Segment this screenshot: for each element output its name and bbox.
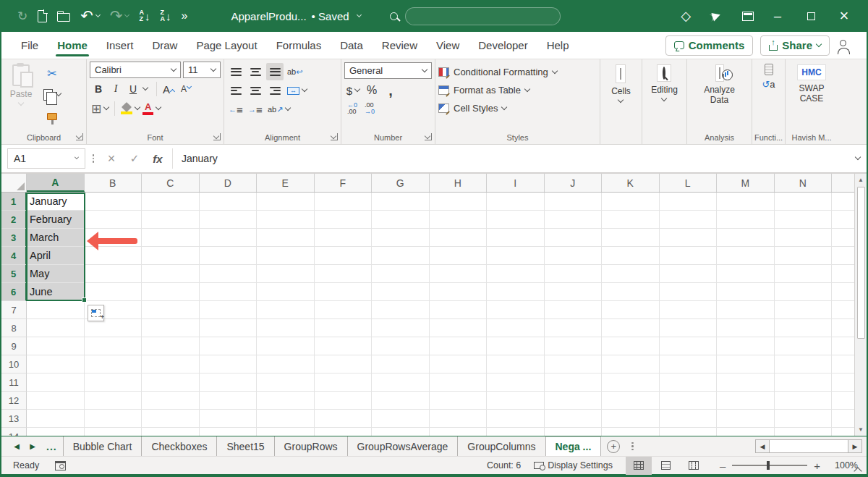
cell-K2[interactable] xyxy=(602,211,660,229)
cell-L1[interactable] xyxy=(660,193,718,211)
phonetic-button[interactable]: ↺a xyxy=(762,79,775,90)
cell-J8[interactable] xyxy=(545,319,603,337)
cut-button[interactable]: ✂ xyxy=(42,64,62,82)
sheet-tab-nega[interactable]: Nega ... xyxy=(546,436,602,456)
display-settings-button[interactable]: Display Settings xyxy=(534,460,613,470)
cell-B2[interactable] xyxy=(85,211,142,229)
cell-I9[interactable] xyxy=(487,337,545,355)
row-header-8[interactable]: 8 xyxy=(1,319,27,337)
cell-K3[interactable] xyxy=(602,229,660,247)
cell-G8[interactable] xyxy=(372,319,430,337)
cell-J5[interactable] xyxy=(545,265,603,283)
cell-I14[interactable] xyxy=(487,428,545,436)
cell-E11[interactable] xyxy=(257,373,315,392)
cell-L3[interactable] xyxy=(660,229,718,247)
cell-G14[interactable] xyxy=(372,428,430,436)
cell-M7[interactable] xyxy=(717,301,775,319)
cell-H10[interactable] xyxy=(430,355,488,373)
cell-A8[interactable] xyxy=(27,319,85,337)
row-header-14[interactable]: 14 xyxy=(1,428,27,436)
ribbon-display-options-icon[interactable] xyxy=(742,12,754,21)
sheet-tab-checkboxes[interactable]: Checkboxes xyxy=(142,436,217,456)
cell-A7[interactable] xyxy=(27,301,85,319)
cell-A14[interactable] xyxy=(27,428,85,436)
tab-page-layout[interactable]: Page Layout xyxy=(187,32,266,59)
cell-F11[interactable] xyxy=(315,373,373,392)
cell-N12[interactable] xyxy=(775,392,833,410)
tab-home[interactable]: Home xyxy=(48,32,97,59)
align-top-button[interactable] xyxy=(227,63,244,80)
decrease-indent-button[interactable]: ←≡ xyxy=(227,101,244,118)
cell-C12[interactable] xyxy=(142,392,200,410)
cell-B5[interactable] xyxy=(85,265,142,283)
cell-E7[interactable] xyxy=(257,301,315,319)
cell-J13[interactable] xyxy=(545,410,603,428)
cell-L8[interactable] xyxy=(660,319,718,337)
cell-G5[interactable] xyxy=(372,265,430,283)
column-header-C[interactable]: C xyxy=(142,174,200,192)
cell-D9[interactable] xyxy=(200,337,258,355)
cell-H12[interactable] xyxy=(430,392,488,410)
undo-button[interactable]: ↶ xyxy=(80,7,100,25)
cell-F10[interactable] xyxy=(315,355,373,373)
cell-K13[interactable] xyxy=(602,410,660,428)
cells-button[interactable]: Cells xyxy=(607,62,635,106)
conditional-formatting-button[interactable]: Conditional Formatting xyxy=(438,63,557,81)
cell-A11[interactable] xyxy=(27,373,85,392)
macro-record-icon[interactable] xyxy=(55,461,66,470)
cell-M12[interactable] xyxy=(717,392,775,410)
cell-G2[interactable] xyxy=(372,211,430,229)
cell-M4[interactable] xyxy=(717,247,775,265)
feedback-icon[interactable] xyxy=(711,11,721,22)
cell-K5[interactable] xyxy=(602,265,660,283)
cell-G12[interactable] xyxy=(372,392,430,410)
cell-L10[interactable] xyxy=(660,355,718,373)
cell-C6[interactable] xyxy=(142,283,200,301)
cell-I7[interactable] xyxy=(487,301,545,319)
column-header-B[interactable]: B xyxy=(85,174,142,192)
cell-E5[interactable] xyxy=(257,265,315,283)
italic-button[interactable]: I xyxy=(107,80,124,98)
cell-E4[interactable] xyxy=(257,247,315,265)
cell-G11[interactable] xyxy=(372,373,430,392)
search-box[interactable] xyxy=(405,7,561,25)
comments-button[interactable]: Comments xyxy=(665,35,754,56)
open-file-button[interactable] xyxy=(57,10,70,22)
row-header-13[interactable]: 13 xyxy=(1,410,27,428)
cell-A13[interactable] xyxy=(27,410,85,428)
cell-J3[interactable] xyxy=(545,229,603,247)
merge-center-button[interactable]: ↔ xyxy=(286,82,308,99)
cell-J10[interactable] xyxy=(545,355,603,373)
cell-F2[interactable] xyxy=(315,211,373,229)
cell-M14[interactable] xyxy=(717,428,775,436)
cell-L5[interactable] xyxy=(660,265,718,283)
cell-M8[interactable] xyxy=(717,319,775,337)
cell-K9[interactable] xyxy=(602,337,660,355)
cell-H1[interactable] xyxy=(430,193,488,211)
tab-insert[interactable]: Insert xyxy=(97,32,143,59)
horizontal-scroll-thumb[interactable] xyxy=(769,440,848,452)
cell-G4[interactable] xyxy=(372,247,430,265)
row-header-11[interactable]: 11 xyxy=(1,373,27,392)
cell-A4[interactable]: April xyxy=(27,247,85,265)
row-header-10[interactable]: 10 xyxy=(1,355,27,373)
cell-F7[interactable] xyxy=(315,301,373,319)
swap-case-button[interactable]: HMC SWAP CASE xyxy=(791,62,832,106)
insert-function-button[interactable]: fx xyxy=(148,149,168,168)
cell-N8[interactable] xyxy=(775,319,833,337)
cell-G6[interactable] xyxy=(372,283,430,301)
underline-button[interactable]: U xyxy=(124,80,142,98)
cell-C14[interactable] xyxy=(142,428,200,436)
cell-H9[interactable] xyxy=(430,337,488,355)
cell-L12[interactable] xyxy=(660,392,718,410)
scroll-up-icon[interactable]: ▲ xyxy=(855,174,867,186)
cell-J7[interactable] xyxy=(545,301,603,319)
decrease-font-button[interactable]: A xyxy=(177,80,195,98)
new-sheet-button[interactable]: + xyxy=(607,440,620,453)
row-header-9[interactable]: 9 xyxy=(1,337,27,355)
cell-L4[interactable] xyxy=(660,247,718,265)
column-header-D[interactable]: D xyxy=(200,174,258,192)
align-bottom-button[interactable] xyxy=(266,63,284,80)
orientation-button[interactable]: ab↗ xyxy=(266,101,292,118)
cell-H4[interactable] xyxy=(430,247,488,265)
